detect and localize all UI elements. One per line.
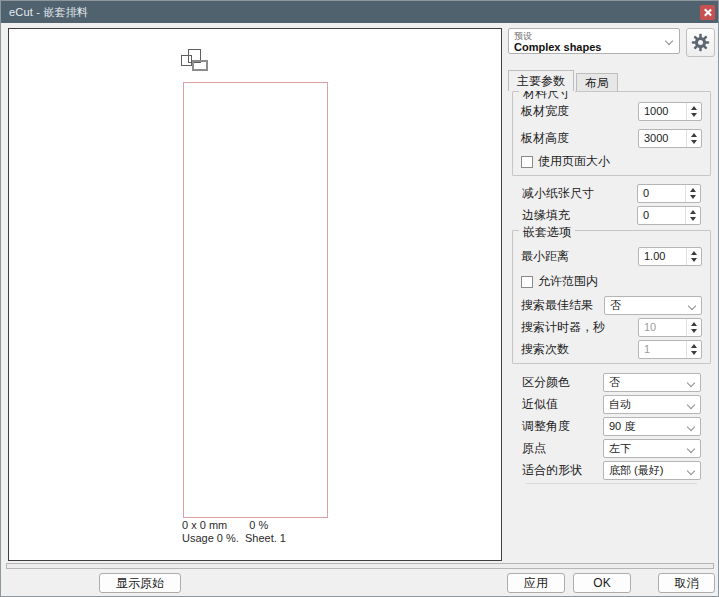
nested-shape-icon: [192, 60, 208, 71]
distinguish-colors-row: 区分颜色 否: [522, 372, 701, 392]
rotate-angle-row: 调整角度 90 度: [522, 416, 701, 436]
origin-label: 原点: [522, 440, 603, 457]
tab-layout[interactable]: 布局: [576, 73, 618, 91]
search-best-row: 搜索最佳结果 否: [521, 296, 702, 315]
use-page-size-checkbox[interactable]: [521, 156, 533, 168]
preview-canvas[interactable]: 0 x 0 mm0 % Usage 0 %. Sheet. 1: [8, 28, 502, 561]
spinner-up-icon[interactable]: [691, 251, 697, 255]
use-page-size-row: 使用页面大小: [521, 154, 702, 169]
origin-row: 原点 左下: [522, 438, 701, 458]
status-line-1: 0 x 0 mm0 %: [182, 519, 286, 532]
rotate-angle-label: 调整角度: [522, 418, 603, 435]
sheet-height-row: 板材高度 3000: [521, 129, 702, 148]
spinner-down-icon: [691, 351, 697, 355]
preset-combobox[interactable]: 预设 Complex shapes: [508, 28, 680, 54]
use-page-size-label: 使用页面大小: [538, 153, 610, 170]
spinner-down-icon[interactable]: [691, 113, 697, 117]
allow-in-range-row: 允许范围内: [521, 274, 702, 289]
titlebar[interactable]: eCut - 嵌套排料: [1, 1, 718, 23]
show-original-button[interactable]: 显示原始: [99, 573, 181, 593]
spinner-up-icon[interactable]: [691, 106, 697, 110]
edge-padding-row: 边缘填充 0: [522, 206, 701, 225]
group-nesting-options: 嵌套选项 最小距离 1.00 允许范围内 搜索最佳结果 否: [512, 230, 711, 364]
search-timer-spinner: 10: [638, 318, 702, 337]
allow-in-range-checkbox[interactable]: [521, 276, 533, 288]
spinner-down-icon: [691, 329, 697, 333]
spinner-down-icon[interactable]: [691, 140, 697, 144]
group-material-size: 材料尺寸 板材宽度 1000 板材高度 3000 使用页面大小: [512, 91, 711, 176]
edge-padding-label: 边缘填充: [522, 207, 637, 224]
approximation-label: 近似值: [522, 396, 603, 413]
search-count-row: 搜索次数 1: [521, 340, 702, 359]
reduce-paper-row: 减小纸张尺寸 0: [522, 184, 701, 203]
gear-icon: [691, 33, 710, 52]
ok-button[interactable]: OK: [573, 573, 631, 593]
spinner-up-icon[interactable]: [690, 210, 696, 214]
sheet-height-spinner[interactable]: 3000: [638, 129, 702, 148]
cancel-button[interactable]: 取消: [658, 573, 715, 593]
edge-padding-spinner[interactable]: 0: [637, 206, 701, 225]
search-best-label: 搜索最佳结果: [521, 297, 604, 314]
tab-main-params[interactable]: 主要参数: [508, 70, 574, 91]
search-timer-label: 搜索计时器，秒: [521, 319, 638, 336]
allow-in-range-label: 允许范围内: [538, 273, 598, 290]
search-count-label: 搜索次数: [521, 341, 638, 358]
min-distance-row: 最小距离 1.00: [521, 247, 702, 266]
approximation-dropdown[interactable]: 自动: [603, 395, 701, 414]
divider: [526, 483, 697, 484]
min-distance-label: 最小距离: [521, 248, 638, 265]
settings-panel: 预设 Complex shapes: [508, 28, 715, 484]
distinguish-colors-label: 区分颜色: [522, 374, 603, 391]
chevron-down-icon: [665, 37, 673, 45]
preset-label: 预设: [514, 31, 661, 41]
nesting-dialog: eCut - 嵌套排料 0 x 0 mm0 % Usage 0 %. Sheet…: [0, 0, 719, 597]
spinner-down-icon[interactable]: [691, 258, 697, 262]
status-line-2: Usage 0 %. Sheet. 1: [182, 532, 286, 545]
search-count-spinner: 1: [638, 340, 702, 359]
group-nesting-title: 嵌套选项: [519, 224, 575, 241]
search-timer-row: 搜索计时器，秒 10: [521, 318, 702, 337]
preset-settings-button[interactable]: [686, 28, 715, 57]
fit-shape-dropdown[interactable]: 底部 (最好): [603, 461, 701, 480]
tab-bar: 主要参数 布局: [508, 70, 715, 91]
sheet-width-spinner[interactable]: 1000: [638, 102, 702, 121]
spinner-up-icon[interactable]: [691, 133, 697, 137]
spinner-up-icon: [691, 344, 697, 348]
close-button[interactable]: [700, 5, 715, 20]
origin-dropdown[interactable]: 左下: [603, 439, 701, 458]
min-distance-spinner[interactable]: 1.00: [638, 247, 702, 266]
reduce-paper-spinner[interactable]: 0: [637, 184, 701, 203]
approximation-row: 近似值 自动: [522, 394, 701, 414]
progress-bar: [6, 563, 714, 569]
sheet-width-label: 板材宽度: [521, 103, 638, 120]
rotate-angle-dropdown[interactable]: 90 度: [603, 417, 701, 436]
close-icon: [704, 9, 711, 16]
window-title: eCut - 嵌套排料: [1, 5, 88, 20]
search-best-dropdown[interactable]: 否: [604, 296, 702, 315]
spinner-down-icon[interactable]: [690, 217, 696, 221]
spinner-up-icon: [691, 322, 697, 326]
distinguish-colors-dropdown[interactable]: 否: [603, 373, 701, 392]
fit-shape-row: 适合的形状 底部 (最好): [522, 460, 701, 480]
preset-value: Complex shapes: [514, 41, 661, 53]
sheet-height-label: 板材高度: [521, 130, 638, 147]
spinner-up-icon[interactable]: [690, 188, 696, 192]
sheet-width-row: 板材宽度 1000: [521, 102, 702, 121]
spinner-down-icon[interactable]: [690, 195, 696, 199]
sheet-outline: [183, 82, 328, 518]
canvas-status: 0 x 0 mm0 % Usage 0 %. Sheet. 1: [182, 519, 286, 545]
apply-button[interactable]: 应用: [507, 573, 565, 593]
reduce-paper-label: 减小纸张尺寸: [522, 185, 637, 202]
fit-shape-label: 适合的形状: [522, 462, 603, 479]
